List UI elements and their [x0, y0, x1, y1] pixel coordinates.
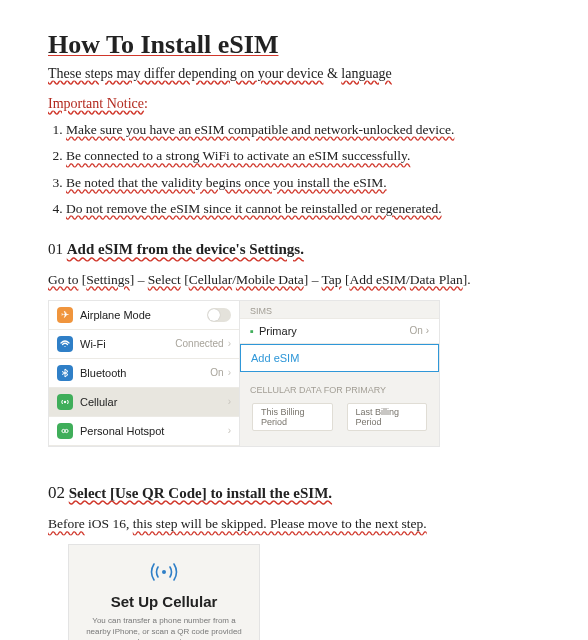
settings-screenshot: ✈ Airplane Mode Wi-Fi Connected› Bluetoo… — [48, 300, 440, 447]
airplane-toggle — [207, 308, 231, 322]
bluetooth-icon — [57, 365, 73, 381]
settings-row-bluetooth: Bluetooth On› — [49, 359, 239, 388]
settings-row-cellular: Cellular › — [49, 388, 239, 417]
subtitle-text: These steps may differ depending on your… — [48, 66, 323, 81]
important-notice-label: Important Notice: — [48, 96, 540, 112]
notice-item: Be connected to a strong WiFi to activat… — [66, 144, 540, 168]
antenna-icon — [79, 559, 249, 585]
svg-point-3 — [162, 570, 166, 574]
tab-this-period: This Billing Period — [252, 403, 333, 431]
tab-last-period: Last Billing Period — [347, 403, 428, 431]
setup-blurb: You can transfer a phone number from a n… — [79, 616, 249, 640]
add-esim-row: Add eSIM — [240, 344, 439, 372]
wifi-icon — [57, 336, 73, 352]
notice-item: Do not remove the eSIM since it cannot b… — [66, 197, 540, 221]
step-02-desc: Before iOS 16, this step will be skipped… — [48, 516, 540, 532]
notice-list: Make sure you have an eSIM compatible an… — [48, 118, 540, 221]
airplane-icon: ✈ — [57, 307, 73, 323]
svg-point-0 — [64, 400, 66, 402]
setup-cellular-screenshot: Set Up Cellular You can transfer a phone… — [68, 544, 260, 640]
setup-heading: Set Up Cellular — [79, 593, 249, 610]
step-01-heading: 01 Add eSIM from the device's Settings. — [48, 241, 540, 258]
cellular-icon — [57, 394, 73, 410]
primary-row: ▪ Primary On › — [240, 318, 439, 344]
hotspot-icon — [57, 423, 73, 439]
page-title: How To Install eSIM — [48, 30, 540, 60]
settings-row-hotspot: Personal Hotspot › — [49, 417, 239, 446]
cell-data-label: CELLULAR DATA FOR PRIMARY — [240, 380, 439, 397]
notice-item: Make sure you have an eSIM compatible an… — [66, 118, 540, 142]
step-01-desc: Go to [Settings] – Select [Cellular/Mobi… — [48, 272, 540, 288]
settings-row-airplane: ✈ Airplane Mode — [49, 301, 239, 330]
sims-label: SIMs — [240, 301, 439, 318]
step-02-heading: 02 Select [Use QR Code] to install the e… — [48, 483, 540, 503]
svg-point-2 — [65, 429, 68, 432]
subtitle: These steps may differ depending on your… — [48, 66, 540, 82]
notice-item: Be noted that the validity begins once y… — [66, 171, 540, 195]
settings-row-wifi: Wi-Fi Connected› — [49, 330, 239, 359]
